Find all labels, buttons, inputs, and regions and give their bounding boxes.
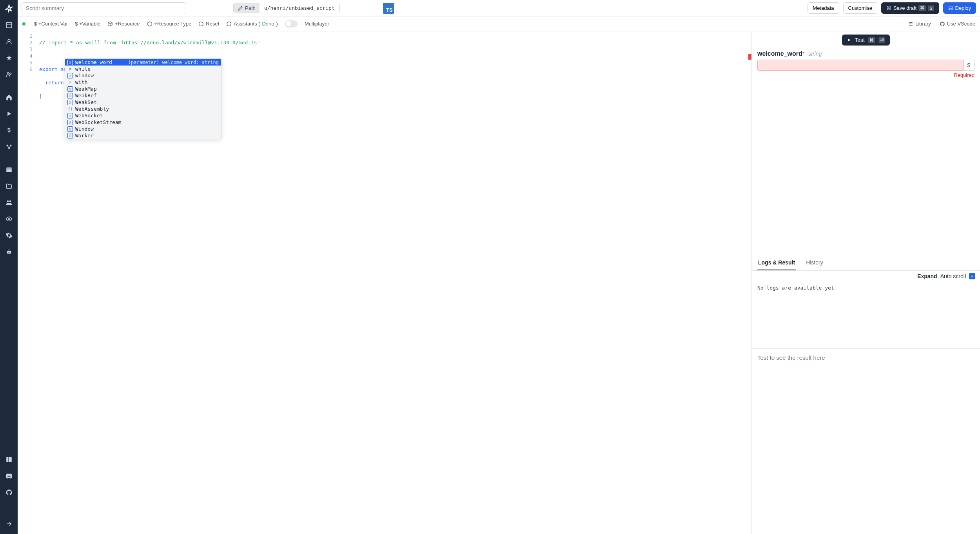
autocomplete-item[interactable]: {}WebAssembly: [65, 106, 221, 112]
code-editor[interactable]: 123456 // import * as wmill from "https:…: [18, 31, 752, 534]
param-name: welcome_word: [757, 50, 802, 57]
line-number: 2: [18, 39, 33, 46]
folder-icon[interactable]: [0, 181, 18, 191]
autocomplete-item[interactable]: ◎WebSocketStream: [65, 119, 221, 126]
kbd-enter: ⏎: [878, 37, 885, 43]
metadata-button[interactable]: Metadata: [808, 2, 839, 14]
namespace-icon: {}: [67, 106, 73, 112]
tab-logs-result[interactable]: Logs & Result: [757, 255, 796, 270]
autocomplete-item[interactable]: ◎Worker: [65, 132, 221, 139]
book-icon[interactable]: [5, 455, 13, 464]
star-icon[interactable]: [0, 53, 18, 63]
expand-button[interactable]: Expand: [917, 273, 937, 279]
context-var-button[interactable]: $ +Context Var: [34, 21, 68, 27]
autocomplete-popup: ◎welcome_word(parameter) welcome_word: s…: [65, 58, 221, 139]
play-icon[interactable]: [0, 109, 18, 118]
autocomplete-label: WebSocketStream: [75, 119, 121, 125]
autocomplete-label: WebAssembly: [75, 106, 109, 112]
right-panel: Test ⌘ ⏎ welcome_word* string $ Required: [752, 31, 980, 534]
autocomplete-item[interactable]: ◎WeakSet: [65, 99, 221, 106]
keyword-icon: ≡: [67, 80, 73, 85]
use-vscode-button[interactable]: Use VScode: [940, 21, 975, 27]
sync-icon: [226, 21, 232, 27]
path-button[interactable]: Path: [234, 3, 260, 13]
language-badge: TS: [383, 3, 394, 14]
home-icon[interactable]: [0, 93, 18, 102]
param-input[interactable]: [757, 60, 964, 71]
param-variable-picker[interactable]: $: [964, 60, 975, 71]
line-number: 1: [18, 33, 33, 39]
deploy-label: Deploy: [955, 5, 971, 11]
library-button[interactable]: Library: [908, 21, 931, 27]
autocomplete-item[interactable]: ◎WeakRef: [65, 92, 221, 99]
cube-icon: [147, 21, 152, 27]
save-draft-button[interactable]: Save draft ⌘ S: [881, 2, 939, 14]
autocomplete-item[interactable]: ◎Window: [65, 126, 221, 132]
variable-icon: ◎: [67, 120, 73, 125]
svg-point-20: [8, 249, 9, 250]
svg-rect-16: [7, 251, 11, 254]
svg-point-4: [9, 73, 11, 75]
save-icon: [948, 5, 953, 11]
kbd-s: S: [928, 5, 934, 11]
refresh-icon: [198, 21, 204, 27]
keyword-icon: ≡: [67, 66, 73, 72]
deploy-button[interactable]: Deploy: [943, 2, 976, 14]
path-value: u/henri/unbiased_script: [260, 3, 339, 13]
cluster-icon[interactable]: [0, 142, 18, 151]
autocomplete-item[interactable]: ◎welcome_word(parameter) welcome_word: s…: [65, 59, 221, 66]
autocomplete-label: with: [75, 79, 87, 85]
variable-icon: ◎: [67, 113, 73, 118]
svg-point-15: [8, 218, 10, 220]
discord-icon[interactable]: [5, 471, 13, 481]
expand-sidebar-icon[interactable]: [5, 519, 13, 529]
resource-type-button[interactable]: +Resource Type: [147, 21, 192, 27]
autocomplete-item[interactable]: ◎WebSocket: [65, 112, 221, 119]
assistants-prefix: Assistants (: [234, 21, 260, 27]
tab-history[interactable]: History: [805, 255, 824, 270]
resource-button[interactable]: +Resource: [107, 21, 140, 27]
dollar-icon[interactable]: [0, 126, 18, 135]
autocomplete-item[interactable]: ◎window: [65, 72, 221, 79]
auto-scroll-checkbox[interactable]: ✓: [969, 273, 975, 279]
robot-icon[interactable]: [0, 247, 18, 257]
user-icon[interactable]: [0, 37, 18, 46]
assistants-deno: Deno: [262, 21, 274, 27]
svg-point-3: [7, 73, 9, 75]
autocomplete-item[interactable]: ≡while: [65, 66, 221, 72]
line-number: 4: [18, 53, 33, 59]
svg-point-17: [7, 252, 8, 253]
script-summary-input[interactable]: [22, 2, 186, 14]
eye-icon[interactable]: [0, 214, 18, 224]
autocomplete-item[interactable]: ◎WeakMap: [65, 86, 221, 92]
autocomplete-item[interactable]: ≡with: [65, 79, 221, 86]
path-group: Path u/henri/unbiased_script: [233, 3, 340, 13]
team-icon[interactable]: [0, 198, 18, 207]
error-marker: [748, 54, 751, 60]
assistants-suffix: ): [276, 21, 278, 27]
reset-label: Reset: [206, 21, 219, 27]
reset-button[interactable]: Reset: [198, 21, 219, 27]
multiplayer-toggle[interactable]: [285, 20, 298, 27]
windmill-logo-icon[interactable]: [5, 4, 13, 13]
variable-button[interactable]: $ +Variable: [75, 21, 100, 27]
svg-line-9: [7, 146, 9, 148]
library-label: Library: [915, 21, 931, 27]
variable-icon: ◎: [67, 60, 73, 65]
calendar-icon[interactable]: [0, 165, 18, 174]
autocomplete-label: welcome_word: [75, 59, 112, 65]
variable-icon: ◎: [67, 86, 73, 92]
variable-icon: ◎: [67, 73, 73, 78]
gear-icon[interactable]: [0, 231, 18, 240]
github-icon[interactable]: [5, 488, 13, 497]
test-button[interactable]: Test ⌘ ⏎: [842, 35, 890, 46]
autocomplete-label: Window: [75, 126, 94, 132]
autocomplete-detail: (parameter) welcome_word: string: [128, 60, 219, 65]
cube-icon: [107, 21, 113, 27]
play-icon: [847, 38, 851, 42]
assistants-button[interactable]: Assistants (Deno): [226, 21, 278, 27]
line-gutter: 123456: [18, 31, 36, 73]
customise-button[interactable]: Customise: [843, 2, 877, 14]
users-icon[interactable]: [0, 70, 18, 79]
workspace-icon[interactable]: [0, 20, 18, 30]
